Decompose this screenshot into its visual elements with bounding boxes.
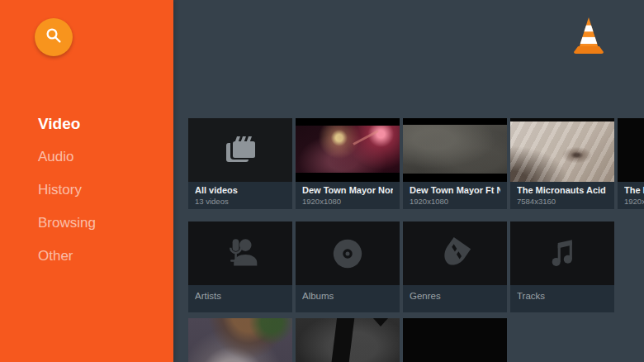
card-title: Dew Town Mayor Nord Strea… (302, 185, 393, 196)
video-thumbnail (403, 118, 507, 182)
vlc-cone-logo-icon (571, 16, 606, 55)
all-videos-thumbnail (188, 118, 292, 182)
card-title: The M (624, 185, 644, 196)
card-bottom-bunny[interactable] (188, 318, 292, 362)
card-title: Tracks (517, 291, 608, 302)
card-video-dew-town-noel[interactable]: Dew Town Mayor Ft Noël Ras… 1920x1080 (403, 118, 507, 209)
card-label: Dew Town Mayor Ft Noël Ras… 1920x1080 (403, 182, 507, 209)
video-thumbnail (510, 118, 614, 182)
card-all-videos[interactable]: All videos 13 videos (188, 118, 292, 209)
card-albums[interactable]: Albums (296, 221, 400, 312)
card-subtitle: 1920x1080 (410, 197, 500, 207)
sidebar: Video Audio History Browsing Other (0, 0, 173, 362)
video-thumbnail (296, 318, 400, 362)
sidebar-item-audio[interactable]: Audio (38, 141, 96, 174)
card-title: The Micronauts Acid Party [O… (517, 185, 608, 196)
theater-mask-icon (403, 221, 507, 285)
card-video-partial[interactable]: The M 1920x1 (618, 118, 644, 209)
video-thumbnail (296, 118, 400, 182)
card-title: Dew Town Mayor Ft Noël Ras… (410, 185, 500, 196)
card-label: All videos 13 videos (188, 182, 292, 209)
music-note-icon (510, 221, 614, 285)
search-button[interactable] (35, 18, 73, 56)
card-label: Genres (403, 285, 507, 312)
sidebar-item-history[interactable]: History (38, 174, 96, 207)
microphone-person-icon (188, 221, 292, 285)
card-title: Artists (195, 291, 286, 302)
vlc-tv-screen: Video Audio History Browsing Other (0, 0, 644, 362)
card-tracks[interactable]: Tracks (510, 221, 614, 312)
card-subtitle: 7584x3160 (517, 197, 608, 207)
artists-thumbnail (188, 221, 292, 285)
video-thumbnail (188, 318, 292, 362)
video-thumbnail (618, 118, 644, 182)
card-label: The Micronauts Acid Party [O… 7584x3160 (510, 182, 614, 209)
card-label: Artists (188, 285, 292, 312)
card-video-micronauts[interactable]: The Micronauts Acid Party [O… 7584x3160 (510, 118, 614, 209)
genres-thumbnail (403, 221, 507, 285)
card-label: Albums (296, 285, 400, 312)
card-bottom-dark[interactable] (296, 318, 400, 362)
card-subtitle: 13 videos (195, 197, 286, 207)
card-artists[interactable]: Artists (188, 221, 292, 312)
tracks-thumbnail (510, 221, 614, 285)
card-label: Tracks (510, 285, 614, 312)
sidebar-item-other[interactable]: Other (38, 240, 96, 273)
sidebar-menu: Video Audio History Browsing Other (38, 107, 96, 273)
video-collection-icon (188, 118, 292, 182)
sidebar-item-browsing[interactable]: Browsing (38, 207, 96, 240)
albums-thumbnail (296, 221, 400, 285)
card-title: All videos (195, 185, 286, 196)
card-title: Albums (302, 291, 393, 302)
card-video-dew-town-nord[interactable]: Dew Town Mayor Nord Strea… 1920x1080 (296, 118, 400, 209)
card-title: Genres (410, 291, 500, 302)
card-subtitle: 1920x1080 (302, 197, 393, 207)
card-subtitle: 1920x1 (624, 197, 644, 207)
card-bottom-black[interactable] (403, 318, 507, 362)
sidebar-item-video[interactable]: Video (38, 107, 96, 141)
search-icon (44, 26, 64, 49)
card-label: Dew Town Mayor Nord Strea… 1920x1080 (296, 182, 400, 209)
card-genres[interactable]: Genres (403, 221, 507, 312)
video-thumbnail (403, 318, 507, 362)
card-label: The M 1920x1 (618, 182, 644, 209)
disc-icon (296, 221, 400, 285)
